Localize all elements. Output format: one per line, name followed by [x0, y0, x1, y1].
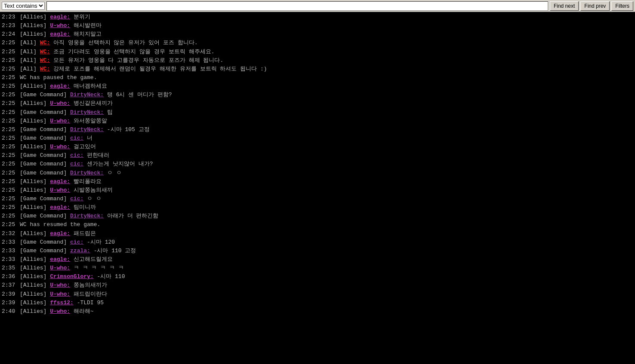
timestamp: 2:25 [2, 160, 18, 168]
message-text: 너 [83, 135, 92, 141]
channel-tag: [Game Command] [20, 213, 70, 219]
channel-tag: [Game Command] [20, 248, 70, 254]
message-text: 걸고있어 [70, 144, 96, 150]
username[interactable]: U-who: [50, 187, 70, 193]
search-input[interactable] [46, 1, 548, 11]
message-text: 해치지말고 [70, 31, 102, 37]
username[interactable]: U-who: [50, 282, 70, 288]
message-text: 해라해~ [70, 308, 94, 315]
find-prev-button[interactable]: Find prev [580, 1, 610, 11]
filter-select[interactable]: Text contains Text equals Regex [2, 2, 45, 10]
chat-line: 2:23[Allies] U-who: 해시발련마 [2, 21, 633, 30]
channel-tag: [Allies] [20, 187, 50, 193]
username[interactable]: CrimsonGlory: [50, 273, 93, 280]
message-text: 시발쫑놈의새끼 [70, 187, 113, 193]
timestamp: 2:25 [2, 117, 18, 125]
username[interactable]: eagle: [50, 178, 70, 185]
message-content: [Game Command] cic: 센가는게 낫지않어 내가? [20, 160, 633, 168]
message-content: [Game Command] DirtyNeck: 팁 [20, 108, 633, 117]
message-text: -시마 105 고정 [104, 126, 150, 133]
timestamp: 2:25 [2, 195, 18, 203]
username[interactable]: WC: [40, 57, 50, 64]
username[interactable]: WC: [40, 49, 50, 55]
timestamp: 2:25 [2, 56, 18, 65]
timestamp: 2:25 [2, 48, 18, 56]
message-content: [Allies] eagle: 빨리폴라요 [20, 177, 633, 186]
chat-line: 2:37[Allies] U-who: 쫑놈의새끼가 [2, 281, 633, 290]
message-content: [Game Command] cic: 너 [20, 134, 633, 143]
chat-line: 2:25[Game Command] cic: 센가는게 낫지않어 내가? [2, 160, 633, 168]
username[interactable]: ffss12: [50, 300, 74, 306]
channel-tag: [Allies] [20, 230, 50, 237]
username[interactable]: U-who: [50, 22, 70, 29]
username[interactable]: cic: [70, 239, 83, 245]
username[interactable]: DirtyNeck: [70, 170, 104, 176]
username[interactable]: DirtyNeck: [70, 109, 104, 116]
username[interactable]: U-who: [50, 291, 70, 297]
chat-line: 2:25[Allies] U-who: 시발쫑놈의새끼 [2, 186, 633, 195]
username[interactable]: zzala: [70, 248, 90, 254]
channel-tag: [All] [20, 40, 40, 46]
message-content: [Game Command] zzala: -시마 110 고정 [20, 247, 633, 255]
username[interactable]: eagle: [50, 14, 70, 20]
channel-tag: [Game Command] [20, 161, 70, 167]
timestamp: 2:25 [2, 73, 18, 82]
username[interactable]: eagle: [50, 230, 70, 237]
message-content: [Allies] eagle: 해치지말고 [20, 30, 633, 39]
message-content: [Allies] U-who: 와서쫑알쫑알 [20, 117, 633, 125]
message-text: 아직 영웅을 선택하지 않은 유저가 있어 포즈 합니다. [50, 40, 197, 46]
username[interactable]: eagle: [50, 31, 70, 37]
channel-tag: [Game Command] [20, 239, 70, 245]
message-text: -시마 120 [83, 239, 115, 245]
username[interactable]: cic: [70, 135, 83, 141]
username[interactable]: DirtyNeck: [70, 92, 104, 98]
username[interactable]: U-who: [50, 265, 70, 271]
chat-line: 2:25[Game Command] cic: ㅇ ㅇ [2, 195, 633, 203]
find-next-button[interactable]: Find next [550, 1, 579, 11]
timestamp: 2:25 [2, 186, 18, 195]
timestamp: 2:25 [2, 65, 18, 73]
username[interactable]: eagle: [50, 83, 70, 89]
message-content: [Allies] eagle: 신고해드릴게요 [20, 255, 633, 264]
chat-line: 2:25[Allies] U-who: 와서쫑알쫑알 [2, 117, 633, 125]
chat-line: 2:25[Allies] U-who: 걸고있어 [2, 143, 633, 151]
username[interactable]: U-who: [50, 100, 70, 107]
username[interactable]: U-who: [50, 144, 70, 150]
username[interactable]: DirtyNeck: [70, 213, 104, 219]
message-content: WC has resumed the game. [20, 220, 633, 229]
timestamp: 2:25 [2, 203, 18, 212]
username[interactable]: eagle: [50, 204, 70, 211]
chat-line: 2:32[Allies] eagle: 패드립은 [2, 229, 633, 238]
message-text: 강제로 포즈를 해제해서 랜덤이 될경우 해제한 유저를 보트릭 하셔도 됩니다… [50, 66, 267, 72]
username[interactable]: eagle: [50, 256, 70, 263]
username[interactable]: cic: [70, 161, 83, 167]
message-text: 해시발련마 [70, 22, 102, 29]
message-text: 패드립이란다 [70, 291, 107, 297]
message-content: [Allies] CrimsonGlory: -시마 110 [20, 272, 633, 281]
chat-line: 2:33[Game Command] cic: -시마 120 [2, 238, 633, 247]
message-text: ㅇ ㅇ [104, 170, 122, 176]
username[interactable]: WC: [40, 40, 50, 46]
timestamp: 2:25 [2, 39, 18, 47]
channel-tag: [All] [20, 57, 40, 64]
username[interactable]: U-who: [50, 308, 70, 315]
filter-type-dropdown[interactable]: Text contains Text equals Regex [2, 2, 45, 10]
message-content: [Allies] U-who: ㅋ ㅋ ㅋ ㅋ ㅋ ㅋ [20, 264, 633, 272]
chat-line: 2:25[Allies] eagle: 매너겜하세요 [2, 82, 633, 91]
username[interactable]: cic: [70, 196, 83, 202]
username[interactable]: WC: [40, 66, 50, 72]
username[interactable]: cic: [70, 152, 83, 159]
channel-tag: [Allies] [20, 308, 50, 315]
timestamp: 2:32 [2, 229, 18, 238]
message-content: [Allies] U-who: 패드립이란다 [20, 290, 633, 299]
filters-button[interactable]: Filters [611, 1, 633, 11]
timestamp: 2:25 [2, 91, 18, 99]
message-content: [Game Command] cic: -시마 120 [20, 238, 633, 247]
username[interactable]: DirtyNeck: [70, 126, 104, 133]
channel-tag: [Allies] [20, 291, 50, 297]
timestamp: 2:39 [2, 290, 18, 299]
message-content: [Allies] U-who: 쫑놈의새끼가 [20, 281, 633, 290]
timestamp: 2:25 [2, 82, 18, 91]
message-text: 패드립은 [70, 230, 96, 237]
username[interactable]: U-who: [50, 118, 70, 124]
